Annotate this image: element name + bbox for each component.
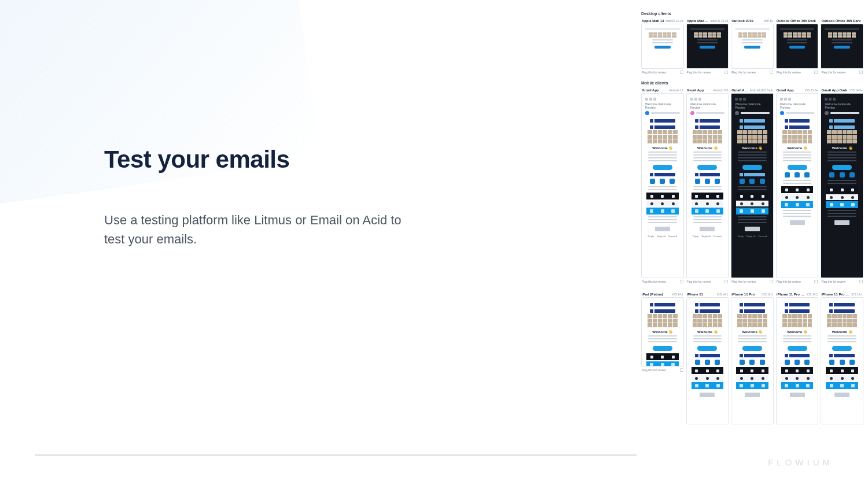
preview-thumb[interactable]: Welcome 👋: [641, 297, 684, 367]
mobile-card[interactable]: Gmail AppAndroid 11Welcome darkmode Prev…: [641, 87, 684, 287]
desktop-card[interactable]: Outlook Office 365 DarkFlag this for rev…: [776, 18, 819, 77]
flag-icon[interactable]: [680, 368, 683, 372]
client-meta: iOS 14.1: [717, 293, 728, 296]
flag-label: Flag this for review: [731, 280, 756, 283]
preview-thumb[interactable]: Welcome 👋: [821, 297, 863, 424]
welcome-heading: Welcome 👋: [823, 330, 860, 334]
client-name: Gmail App: [687, 88, 704, 92]
preview-thumb[interactable]: Welcome darkmode PreviewWelcome 👋ReplyRe…: [641, 93, 684, 278]
welcome-heading: Welcome 👋: [689, 330, 726, 334]
client-name: iPhone 11: [687, 293, 703, 296]
client-name: Apple Mail 13 Dark: [687, 19, 709, 23]
flag-icon[interactable]: [859, 280, 863, 283]
client-name: Gmail App: [642, 88, 659, 92]
flag-icon[interactable]: [724, 280, 728, 283]
flag-label: Flag this for review: [821, 280, 845, 283]
client-meta: iOS 15.0+: [805, 88, 818, 92]
email-previews-panel: Desktop clients Apple Mail 13macOS 10.15…: [637, 8, 868, 459]
flag-icon[interactable]: [680, 280, 683, 283]
desktop-card[interactable]: Apple Mail 13macOS 10.15Flag this for re…: [641, 18, 684, 77]
ios-card[interactable]: iPhone 11 Pro MaxiOS 14.1Welcome 👋: [821, 291, 863, 424]
client-meta: iOS 14.1: [852, 293, 863, 296]
mobile-card[interactable]: Gmail App DarkiOS 14.0+Welcome darkmode …: [821, 87, 863, 287]
flag-icon[interactable]: [859, 71, 863, 74]
flag-label: Flag this for review: [642, 368, 666, 372]
welcome-heading: Welcome 👋: [823, 146, 860, 150]
desktop-card[interactable]: Outlook 2019Win 10Flag this for review: [731, 18, 774, 77]
client-meta: iOS 14.1: [762, 293, 773, 296]
preview-thumb[interactable]: Welcome 👋: [686, 297, 729, 424]
client-name: Outlook Office 365 Dark: [821, 19, 860, 23]
preview-thumb[interactable]: Welcome 👋: [776, 297, 819, 424]
client-name: Outlook 2019: [731, 19, 753, 23]
mobile-card[interactable]: Gmail AppAndroid 10.0 DarkWelcome darkmo…: [731, 87, 774, 287]
welcome-heading: Welcome 👋: [644, 330, 681, 334]
welcome-heading: Welcome 👋: [779, 330, 816, 334]
client-name: Apple Mail 13: [642, 19, 664, 23]
desktop-row: Apple Mail 13macOS 10.15Flag this for re…: [641, 18, 863, 77]
subject-line: Welcome darkmode Preview: [734, 102, 771, 110]
flag-label: Flag this for review: [731, 71, 756, 74]
flag-icon[interactable]: [814, 71, 818, 74]
preview-thumb[interactable]: Welcome darkmode PreviewWelcome 👋: [776, 93, 819, 278]
page-description: Use a testing platform like Litmus or Em…: [104, 210, 405, 249]
client-meta: iOS 14.0+: [850, 88, 863, 92]
mobile-card[interactable]: Gmail AppAndroid 8.0Welcome darkmode Pre…: [686, 87, 729, 287]
preview-thumb[interactable]: Welcome 👋: [731, 297, 774, 424]
welcome-heading: Welcome 👋: [689, 146, 726, 150]
preview-thumb[interactable]: [731, 24, 774, 69]
ios-card[interactable]: iPhone 11 ProiOS 14.1Welcome 👋: [731, 291, 774, 424]
client-meta: Win 10: [764, 19, 773, 23]
flag-label: Flag this for review: [777, 280, 801, 283]
client-name: Gmail App Dark: [821, 88, 847, 92]
ios-row: iPad (Retina)iOS 14.1Welcome 👋Flag this …: [641, 291, 863, 424]
flag-label: Flag this for review: [687, 71, 711, 74]
flag-label: Flag this for review: [642, 71, 666, 74]
ios-card[interactable]: iPhone 11iOS 14.1Welcome 👋: [686, 291, 729, 424]
flag-icon[interactable]: [680, 71, 683, 74]
preview-thumb[interactable]: Welcome darkmode PreviewWelcome 👋: [821, 93, 863, 278]
client-name: Gmail App: [731, 88, 748, 92]
flag-label: Flag this for review: [777, 71, 801, 74]
client-name: Outlook Office 365 Dark: [777, 19, 816, 23]
ios-card[interactable]: iPhone 11 Pro DarkiOS 14.1Welcome 👋: [776, 291, 819, 424]
welcome-heading: Welcome 👋: [779, 146, 816, 150]
client-name: iPhone 11 Pro Max: [821, 293, 850, 296]
flag-label: Flag this for review: [642, 280, 666, 283]
subject-line: Welcome darkmode Preview: [644, 102, 681, 110]
preview-thumb[interactable]: [821, 24, 863, 69]
client-name: Gmail App: [777, 88, 794, 92]
section-title-mobile: Mobile clients: [641, 81, 863, 85]
client-name: iPhone 11 Pro Dark: [777, 293, 806, 296]
desktop-card[interactable]: Apple Mail 13 DarkmacOS 10.15Flag this f…: [686, 18, 729, 77]
flag-label: Flag this for review: [821, 71, 845, 74]
preview-thumb[interactable]: [686, 24, 729, 69]
client-name: iPhone 11 Pro: [731, 293, 755, 296]
section-title-desktop: Desktop clients: [641, 12, 863, 16]
client-meta: macOS 10.15: [711, 19, 729, 23]
mobile-card[interactable]: Gmail AppiOS 15.0+Welcome darkmode Previ…: [776, 87, 819, 287]
welcome-heading: Welcome 👋: [644, 146, 681, 150]
preview-thumb[interactable]: [776, 24, 819, 69]
client-meta: iOS 14.1: [807, 293, 818, 296]
client-meta: iOS 14.1: [672, 293, 683, 296]
preview-thumb[interactable]: Welcome darkmode PreviewWelcome 👋ReplyRe…: [686, 93, 729, 278]
subject-line: Welcome darkmode Preview: [823, 102, 860, 110]
client-meta: Android 8.0: [713, 88, 729, 92]
flag-label: Flag this for review: [687, 280, 711, 283]
flag-icon[interactable]: [724, 71, 728, 74]
ios-card[interactable]: iPad (Retina)iOS 14.1Welcome 👋Flag this …: [641, 291, 684, 424]
client-meta: Android 10.0 Dark: [749, 88, 773, 92]
flag-icon[interactable]: [770, 71, 773, 74]
mobile-row: Gmail AppAndroid 11Welcome darkmode Prev…: [641, 87, 863, 287]
flag-icon[interactable]: [770, 280, 773, 283]
preview-thumb[interactable]: Welcome darkmode PreviewWelcome 👋ReplyRe…: [731, 93, 774, 278]
welcome-heading: Welcome 👋: [734, 330, 771, 334]
subject-line: Welcome darkmode Preview: [689, 102, 726, 110]
flag-icon[interactable]: [814, 280, 818, 283]
desktop-card[interactable]: Outlook Office 365 DarkFlag this for rev…: [821, 18, 863, 77]
welcome-heading: Welcome 👋: [734, 146, 771, 150]
preview-thumb[interactable]: [641, 24, 684, 69]
page-title: Test your emails: [104, 146, 405, 173]
client-meta: Android 11: [669, 88, 683, 92]
